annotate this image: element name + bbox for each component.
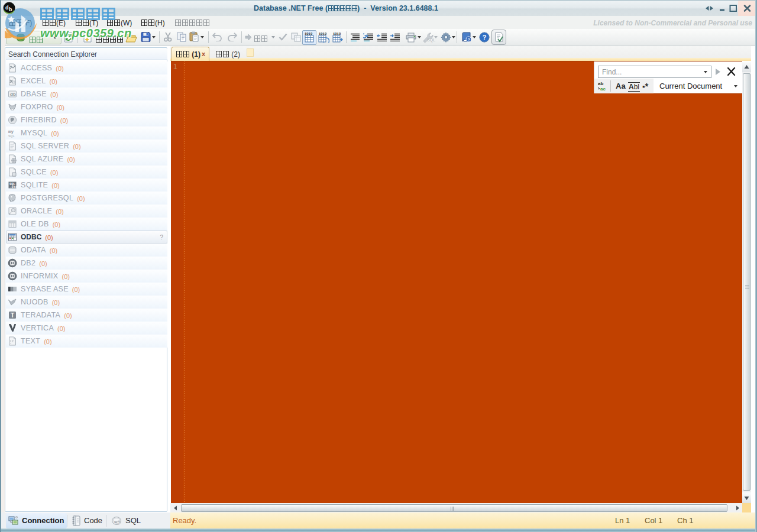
svg-text:-ite: -ite — [9, 185, 17, 189]
svg-text:SQL: SQL — [8, 134, 15, 138]
svg-text:?: ? — [483, 34, 487, 41]
svg-text:SQL: SQL — [427, 38, 435, 43]
svg-text:db: db — [10, 92, 16, 97]
svg-text:ac: ac — [600, 86, 606, 91]
svg-text:?: ? — [118, 521, 120, 525]
svg-text:T: T — [11, 312, 14, 319]
svg-text:ab: ab — [598, 81, 603, 86]
svg-text:d: d — [5, 5, 9, 11]
svg-text:b: b — [9, 7, 12, 12]
svg-text:?: ? — [468, 37, 471, 43]
svg-text:my: my — [8, 129, 14, 134]
